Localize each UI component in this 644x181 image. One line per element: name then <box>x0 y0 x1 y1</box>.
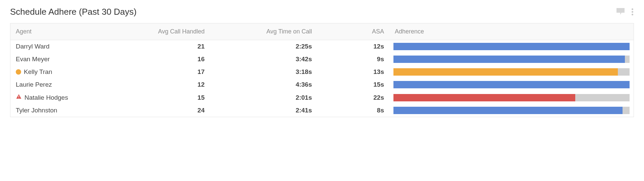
cell-asa: 15s <box>317 78 389 91</box>
adherence-bar-fill <box>393 43 630 50</box>
table-row[interactable]: Natalie Hodges152:01s22s <box>10 91 634 104</box>
table-row[interactable]: Laurie Perez124:36s15s <box>10 78 634 91</box>
adherence-bar-fill <box>393 81 630 88</box>
table-body: Darryl Ward212:25s12sEvan Meyer163:42s9s… <box>10 40 634 117</box>
cell-agent: Kelly Tran <box>10 66 104 78</box>
table-row[interactable]: Darryl Ward212:25s12s <box>10 40 634 53</box>
adherence-bar-track <box>393 107 630 114</box>
cell-agent: Darryl Ward <box>10 40 104 53</box>
cell-asa: 9s <box>317 53 389 66</box>
agent-name: Kelly Tran <box>24 68 52 76</box>
cell-asa: 12s <box>317 40 389 53</box>
agent-name: Darryl Ward <box>16 43 50 50</box>
kebab-menu-icon[interactable] <box>631 8 634 16</box>
cell-adherence <box>389 40 634 53</box>
cell-avg-time-on-call: 2:01s <box>210 91 317 104</box>
cell-agent: Natalie Hodges <box>10 91 104 104</box>
agent-cell: Kelly Tran <box>16 68 99 76</box>
adherence-bar-track <box>393 81 630 88</box>
cell-avg-call-handled: 15 <box>104 91 210 104</box>
cell-asa: 8s <box>317 104 389 117</box>
comment-icon[interactable] <box>616 8 625 16</box>
cell-adherence <box>389 91 634 104</box>
cell-adherence <box>389 66 634 78</box>
cell-avg-time-on-call: 4:36s <box>210 78 317 91</box>
svg-rect-1 <box>18 98 19 98</box>
cell-adherence <box>389 104 634 117</box>
cell-asa: 22s <box>317 91 389 104</box>
table-row[interactable]: Evan Meyer163:42s9s <box>10 53 634 66</box>
table-row[interactable]: Kelly Tran173:18s13s <box>10 66 634 78</box>
widget-actions <box>616 8 634 16</box>
column-header-asa[interactable]: ASA <box>317 23 389 40</box>
cell-avg-time-on-call: 3:42s <box>210 53 317 66</box>
adherence-bar-track <box>393 43 630 50</box>
cell-avg-call-handled: 12 <box>104 78 210 91</box>
widget-title: Schedule Adhere (Past 30 Days) <box>10 7 137 17</box>
agent-name: Natalie Hodges <box>24 94 68 101</box>
agent-cell: Natalie Hodges <box>16 94 99 101</box>
agent-name: Tyler Johnston <box>16 107 57 114</box>
agent-name: Evan Meyer <box>16 56 50 63</box>
widget-header: Schedule Adhere (Past 30 Days) <box>10 7 634 17</box>
column-header-avg-call-handled[interactable]: Avg Call Handled <box>104 23 210 40</box>
cell-agent: Evan Meyer <box>10 53 104 66</box>
cell-avg-call-handled: 21 <box>104 40 210 53</box>
agent-cell: Laurie Perez <box>16 81 99 88</box>
adherence-bar-track <box>393 68 630 76</box>
table-row[interactable]: Tyler Johnston242:41s8s <box>10 104 634 117</box>
adherence-bar-fill <box>393 107 623 114</box>
adherence-bar-fill <box>393 68 618 76</box>
agent-cell: Tyler Johnston <box>16 107 99 114</box>
agent-cell: Darryl Ward <box>16 43 99 50</box>
table-header-row: Agent Avg Call Handled Avg Time on Call … <box>10 23 634 40</box>
column-header-agent[interactable]: Agent <box>10 23 104 40</box>
cell-avg-call-handled: 24 <box>104 104 210 117</box>
cell-agent: Tyler Johnston <box>10 104 104 117</box>
cell-agent: Laurie Perez <box>10 78 104 91</box>
cell-avg-time-on-call: 2:41s <box>210 104 317 117</box>
cell-avg-call-handled: 17 <box>104 66 210 78</box>
agent-name: Laurie Perez <box>16 81 52 88</box>
cell-adherence <box>389 53 634 66</box>
adherence-bar-track <box>393 94 630 101</box>
warning-dot-icon <box>16 69 21 75</box>
column-header-adherence[interactable]: Adherence <box>389 23 634 40</box>
cell-avg-time-on-call: 2:25s <box>210 40 317 53</box>
agent-cell: Evan Meyer <box>16 56 99 63</box>
svg-rect-0 <box>18 96 19 97</box>
adherence-bar-fill <box>393 94 575 101</box>
adherence-bar-track <box>393 56 630 63</box>
adherence-table: Agent Avg Call Handled Avg Time on Call … <box>10 23 634 117</box>
cell-adherence <box>389 78 634 91</box>
adherence-bar-fill <box>393 56 625 63</box>
cell-avg-call-handled: 16 <box>104 53 210 66</box>
cell-avg-time-on-call: 3:18s <box>210 66 317 78</box>
alert-triangle-icon <box>16 94 22 101</box>
cell-asa: 13s <box>317 66 389 78</box>
column-header-avg-time-on-call[interactable]: Avg Time on Call <box>210 23 317 40</box>
